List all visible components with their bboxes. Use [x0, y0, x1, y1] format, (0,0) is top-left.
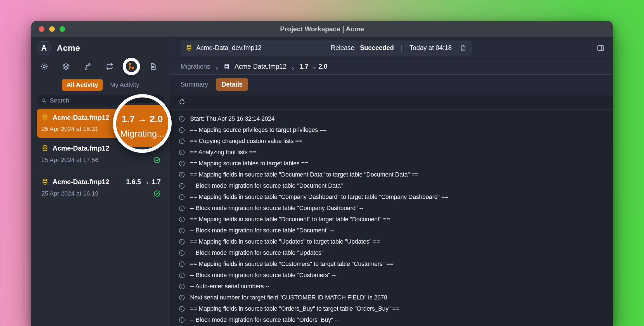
log-message: == Mapping fields in source table "Updat…: [190, 238, 380, 245]
log-row: -- Block mode migration for source table…: [178, 180, 613, 191]
info-icon: [178, 294, 185, 301]
log-message: -- Block mode migration for source table…: [190, 205, 363, 212]
tab-bar: Summary Details: [170, 75, 613, 94]
info-icon: [178, 272, 185, 279]
version-range: 1.6.5 → 1.7: [126, 178, 161, 186]
info-icon: [178, 238, 185, 245]
git-merge-icon[interactable]: [127, 62, 136, 71]
spotlight-item-zoom: 1.7 → 2.0 Migrating...: [113, 105, 172, 147]
chevron-right-icon: [291, 65, 295, 69]
database-icon: [41, 178, 49, 185]
release-file-name: Acme-Data_dev.fmp12: [196, 44, 262, 52]
main-panel: Acme-Data_dev.fmp12 Release Succeeded | …: [170, 37, 613, 326]
info-icon: [178, 249, 185, 256]
minimize-window-button[interactable]: [49, 26, 55, 32]
database-icon: [41, 145, 49, 152]
info-icon: [178, 127, 185, 134]
layers-icon[interactable]: [62, 62, 70, 71]
breadcrumb-file[interactable]: Acme-Data.fmp12: [235, 63, 286, 70]
log-message: == Mapping fields in source table "Docum…: [190, 216, 390, 223]
info-icon: [178, 194, 185, 201]
success-check-icon: [153, 190, 161, 197]
info-icon: [178, 227, 185, 234]
info-icon: [178, 283, 185, 290]
info-icon: [178, 205, 185, 212]
info-icon: [178, 216, 185, 223]
active-tool-highlight: [127, 62, 136, 71]
activity-filter: All Activity My Activity: [31, 74, 170, 91]
tab-summary[interactable]: Summary: [181, 81, 208, 88]
info-icon: [178, 160, 185, 167]
log-row: == Mapping source privileges to target p…: [178, 124, 613, 135]
item-date: 25 Apr 2024 at 16.19: [41, 190, 153, 197]
window-title: Project Workspace | Acme: [31, 25, 613, 33]
log-message: == Mapping fields in source table "Order…: [190, 305, 399, 312]
log-row: == Mapping fields in source table "Custo…: [178, 258, 613, 270]
success-check-icon: [153, 156, 161, 164]
log-row: -- Block mode migration for source table…: [178, 314, 613, 325]
refresh-icon[interactable]: [178, 98, 186, 106]
log-message: -- Auto-enter serial numbers --: [190, 283, 269, 290]
log-message: -- Block mode migration for source table…: [190, 272, 336, 279]
log-message: -- Block mode migration for source table…: [190, 182, 348, 189]
database-icon: [223, 63, 230, 70]
log-toolbar: [170, 94, 613, 110]
search-icon: [41, 97, 47, 104]
log-row: -- Block mode migration for source table…: [178, 225, 613, 236]
window-titlebar: Project Workspace | Acme: [31, 21, 613, 37]
log-row: -- Block mode migration for source table…: [178, 247, 613, 258]
list-divider: [38, 171, 164, 171]
traffic-lights: [31, 26, 65, 32]
list-item-succeeded[interactable]: Acme-Data.fmp12 1.6.5 → 1.7 25 Apr 2024 …: [37, 173, 165, 202]
sidebar: A Acme: [31, 37, 170, 326]
separator: |: [401, 44, 402, 52]
info-icon: [178, 115, 185, 122]
info-icon: [178, 182, 185, 189]
release-notes-icon[interactable]: [460, 44, 467, 52]
log-row: Next serial number for target field "CUS…: [178, 292, 613, 303]
log-row: == Mapping source tables to target table…: [178, 158, 613, 169]
breadcrumb: Migrations Acme-Data.fmp12 1.7 → 2.0: [170, 59, 613, 75]
log-row: -- Block mode migration for source table…: [178, 203, 613, 214]
log-row: == Mapping fields in source table "Order…: [178, 303, 613, 314]
tab-details[interactable]: Details: [216, 78, 248, 91]
log-row: == Analyzing font lists ==: [178, 147, 613, 158]
release-label: Release: [331, 44, 354, 52]
info-icon: [178, 149, 185, 156]
document-icon[interactable]: [149, 62, 157, 71]
log-message: == Analyzing font lists ==: [190, 149, 256, 156]
info-icon: [178, 317, 185, 323]
close-window-button[interactable]: [39, 26, 44, 32]
log-message: == Mapping fields in source table "Custo…: [190, 261, 393, 268]
spotlight-annotation: 1.7 → 2.0 Migrating...: [113, 94, 172, 153]
log-message: -- Block mode migration for source table…: [190, 227, 334, 234]
log-row: -- Auto-enter serial numbers --: [178, 281, 613, 292]
log-row: == Mapping fields in source table "Updat…: [178, 236, 613, 247]
log-message: == Mapping source tables to target table…: [190, 160, 308, 167]
log-message: == Copying changed custom value lists ==: [190, 138, 302, 145]
settings-icon[interactable]: [40, 62, 48, 71]
log-message: Next serial number for target field "CUS…: [190, 294, 387, 301]
log-list: Start: Thu Apr 25 16:32:14 2024 == Mappi…: [170, 110, 613, 326]
info-icon: [178, 261, 185, 268]
sidebar-header: A Acme: [31, 37, 170, 59]
log-message: -- Block mode migration for source table…: [190, 317, 339, 323]
my-activity-button[interactable]: My Activity: [110, 81, 139, 89]
app-window: Project Workspace | Acme A Acme: [31, 21, 613, 326]
log-row: Start: Thu Apr 25 16:32:14 2024: [178, 113, 613, 124]
org-name: Acme: [57, 43, 80, 53]
all-activity-button[interactable]: All Activity: [62, 79, 103, 91]
toggle-side-panel-icon[interactable]: [596, 44, 605, 52]
release-status: Succeeded: [360, 44, 394, 52]
release-file-badge[interactable]: Acme-Data_dev.fmp12 Release Succeeded | …: [181, 41, 472, 56]
release-timestamp: Today at 04:18: [409, 44, 452, 52]
org-logo: A: [37, 41, 51, 55]
zoom-window-button[interactable]: [60, 26, 65, 32]
log-row: == Copying changed custom value lists ==: [178, 135, 613, 147]
git-branch-icon[interactable]: [84, 62, 92, 71]
log-message: == Mapping source privileges to target p…: [190, 127, 326, 134]
breadcrumb-migrations[interactable]: Migrations: [181, 63, 210, 70]
repeat-icon[interactable]: [105, 62, 114, 71]
migration-status: Migrating...: [120, 129, 164, 139]
log-message: == Mapping fields in source table "Compa…: [190, 194, 448, 201]
